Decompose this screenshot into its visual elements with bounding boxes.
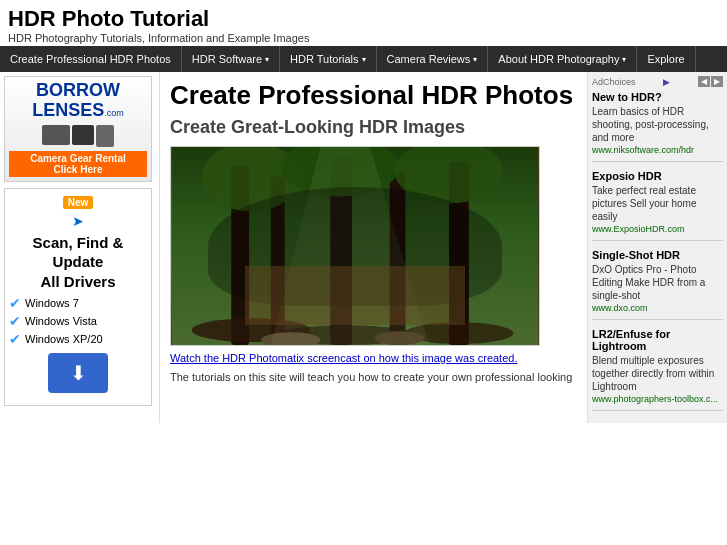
checkmark-icon: ✔ [9, 331, 21, 347]
ad-choices-header: AdChoices ▶ ◀ ▶ [592, 76, 723, 87]
dropdown-arrow-icon: ▾ [622, 55, 626, 64]
right-ad-exposio-hdr[interactable]: Exposio HDR Take perfect real estate pic… [592, 170, 723, 241]
borrow-lenses-button[interactable]: Camera Gear RentalClick Here [9, 151, 147, 177]
content-body-text: The tutorials on this site will teach yo… [170, 370, 577, 385]
borrow-lenses-title: BORROWLENSES.com [9, 81, 147, 121]
right-sidebar: AdChoices ▶ ◀ ▶ New to HDR? Learn basics… [587, 72, 727, 423]
windows-vista-item: ✔ Windows Vista [9, 313, 147, 329]
dropdown-arrow-icon: ▾ [265, 55, 269, 64]
camera-images [9, 125, 147, 147]
left-sidebar: BORROWLENSES.com Camera Gear RentalClick… [0, 72, 160, 423]
main-navbar: Create Professional HDR Photos HDR Softw… [0, 46, 727, 72]
nav-item-hdr-tutorials[interactable]: HDR Tutorials ▾ [280, 46, 376, 72]
dropdown-arrow-icon: ▾ [362, 55, 366, 64]
content-heading: Create Professional HDR Photos [170, 80, 577, 111]
right-ad-url: www.ExposioHDR.com [592, 224, 723, 234]
hdr-sample-image [170, 146, 540, 346]
main-layout: BORROWLENSES.com Camera Gear RentalClick… [0, 72, 727, 423]
hdr-image-svg [171, 147, 539, 345]
borrow-lenses-ad[interactable]: BORROWLENSES.com Camera Gear RentalClick… [4, 76, 152, 182]
nav-item-hdr-software[interactable]: HDR Software ▾ [182, 46, 280, 72]
page-header: HDR Photo Tutorial HDR Photography Tutor… [0, 0, 727, 46]
camera-icon [42, 125, 70, 145]
site-subtitle: HDR Photography Tutorials, Information a… [8, 32, 719, 44]
watch-screencast-link[interactable]: Watch the HDR Photomatix screencast on h… [170, 352, 577, 364]
right-ad-text: DxO Optics Pro - Photo Editing Make HDR … [592, 263, 723, 302]
svg-rect-4 [390, 172, 406, 345]
right-ad-text: Blend multiple exposures together direct… [592, 354, 723, 393]
nav-item-about-hdr[interactable]: About HDR Photography ▾ [488, 46, 637, 72]
nav-item-camera-reviews[interactable]: Camera Reviews ▾ [377, 46, 489, 72]
right-ad-text: Take perfect real estate pictures Sell y… [592, 184, 723, 223]
nav-item-explore[interactable]: Explore [637, 46, 695, 72]
ad-choices-icon: ▶ [663, 77, 670, 87]
right-ad-url: www.niksoftware.com/hdr [592, 145, 723, 155]
right-ad-single-shot-hdr[interactable]: Single-Shot HDR DxO Optics Pro - Photo E… [592, 249, 723, 320]
nav-item-create-hdr[interactable]: Create Professional HDR Photos [0, 46, 182, 72]
scan-ad-arrow-icon: ➤ [72, 213, 84, 229]
windows-7-item: ✔ Windows 7 [9, 295, 147, 311]
camera-icon [96, 125, 114, 147]
right-ad-lr2-enfuse[interactable]: LR2/Enfuse for Lightroom Blend multiple … [592, 328, 723, 411]
checkmark-icon: ✔ [9, 313, 21, 329]
right-ad-new-to-hdr[interactable]: New to HDR? Learn basics of HDR shooting… [592, 91, 723, 162]
svg-rect-2 [271, 177, 285, 345]
scan-ad-title: Scan, Find &UpdateAll Drivers [9, 233, 147, 292]
right-ad-title: Exposio HDR [592, 170, 723, 182]
main-content: Create Professional HDR Photos Create Gr… [160, 72, 587, 423]
camera-icon [72, 125, 94, 145]
windows-xp-item: ✔ Windows XP/20 [9, 331, 147, 347]
right-ad-url: www.dxo.com [592, 303, 723, 313]
site-title: HDR Photo Tutorial [8, 6, 719, 32]
dropdown-arrow-icon: ▾ [473, 55, 477, 64]
right-ad-title: New to HDR? [592, 91, 723, 103]
right-ad-title: LR2/Enfuse for Lightroom [592, 328, 723, 352]
checkmark-icon: ✔ [9, 295, 21, 311]
ad-next-button[interactable]: ▶ [711, 76, 723, 87]
new-badge: New [63, 196, 94, 209]
right-ad-url: www.photographers-toolbox.c... [592, 394, 723, 404]
right-ad-title: Single-Shot HDR [592, 249, 723, 261]
scan-driver-ad[interactable]: New ➤ Scan, Find &UpdateAll Drivers ✔ Wi… [4, 188, 152, 407]
ad-navigation: ◀ ▶ [698, 76, 723, 87]
content-subheading: Create Great-Looking HDR Images [170, 117, 577, 138]
download-button[interactable]: ⬇ [48, 353, 108, 393]
ad-prev-button[interactable]: ◀ [698, 76, 710, 87]
right-ad-text: Learn basics of HDR shooting, post-proce… [592, 105, 723, 144]
